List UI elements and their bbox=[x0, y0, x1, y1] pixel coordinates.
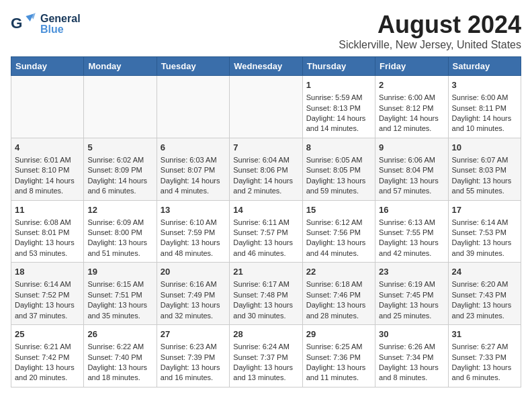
calendar-cell bbox=[157, 76, 229, 138]
header-row: SundayMondayTuesdayWednesdayThursdayFrid… bbox=[11, 57, 521, 76]
sunset-text: Sunset: 8:11 PM bbox=[452, 104, 506, 112]
logo: G General Blue bbox=[11, 11, 81, 38]
daylight-text: Daylight: 13 hours and 57 minutes. bbox=[379, 177, 439, 195]
page-header: G General Blue August 2024 Sicklerville,… bbox=[11, 11, 521, 51]
sunrise-text: Sunrise: 6:04 AM bbox=[233, 156, 290, 164]
logo-general-text: General bbox=[40, 13, 81, 24]
calendar-cell: 20Sunrise: 6:16 AMSunset: 7:49 PMDayligh… bbox=[157, 263, 229, 325]
day-number: 18 bbox=[15, 266, 80, 278]
calendar-cell: 28Sunrise: 6:24 AMSunset: 7:37 PMDayligh… bbox=[230, 325, 302, 387]
sunrise-text: Sunrise: 6:15 AM bbox=[87, 280, 144, 288]
sunrise-text: Sunrise: 6:05 AM bbox=[306, 156, 363, 164]
day-number: 31 bbox=[452, 328, 517, 340]
day-info: Sunrise: 6:04 AMSunset: 8:06 PMDaylight:… bbox=[233, 155, 298, 197]
sunrise-text: Sunrise: 6:22 AM bbox=[87, 342, 144, 351]
day-number: 29 bbox=[306, 328, 371, 340]
daylight-text: Daylight: 13 hours and 42 minutes. bbox=[379, 238, 439, 257]
day-number: 21 bbox=[233, 266, 298, 278]
sunrise-text: Sunrise: 6:07 AM bbox=[452, 156, 508, 164]
day-number: 14 bbox=[233, 204, 298, 216]
daylight-text: Daylight: 13 hours and 35 minutes. bbox=[87, 301, 147, 319]
daylight-text: Daylight: 13 hours and 23 minutes. bbox=[452, 301, 512, 319]
sunset-text: Sunset: 7:56 PM bbox=[306, 228, 361, 236]
daylight-text: Daylight: 13 hours and 59 minutes. bbox=[306, 177, 366, 195]
sunrise-text: Sunrise: 6:08 AM bbox=[15, 218, 71, 226]
calendar-cell: 11Sunrise: 6:08 AMSunset: 8:01 PMDayligh… bbox=[11, 200, 84, 263]
title-block: August 2024 Sicklerville, New Jersey, Un… bbox=[339, 11, 521, 51]
calendar-cell: 19Sunrise: 6:15 AMSunset: 7:51 PMDayligh… bbox=[84, 263, 157, 325]
day-number: 25 bbox=[15, 328, 80, 340]
daylight-text: Daylight: 14 hours and 14 minutes. bbox=[306, 114, 366, 132]
day-number: 26 bbox=[87, 328, 152, 340]
header-cell-tuesday: Tuesday bbox=[157, 57, 229, 76]
daylight-text: Daylight: 13 hours and 18 minutes. bbox=[87, 363, 147, 381]
calendar-cell: 22Sunrise: 6:18 AMSunset: 7:46 PMDayligh… bbox=[302, 263, 375, 325]
day-info: Sunrise: 6:00 AMSunset: 8:12 PMDaylight:… bbox=[379, 93, 444, 134]
sunrise-text: Sunrise: 6:16 AM bbox=[161, 280, 217, 288]
sunset-text: Sunset: 7:59 PM bbox=[161, 228, 215, 236]
daylight-text: Daylight: 13 hours and 32 minutes. bbox=[161, 301, 220, 319]
day-info: Sunrise: 6:05 AMSunset: 8:05 PMDaylight:… bbox=[306, 155, 371, 197]
day-number: 15 bbox=[306, 204, 371, 216]
calendar-cell: 15Sunrise: 6:12 AMSunset: 7:56 PMDayligh… bbox=[302, 200, 375, 263]
daylight-text: Daylight: 13 hours and 25 minutes. bbox=[379, 301, 439, 319]
calendar-cell: 7Sunrise: 6:04 AMSunset: 8:06 PMDaylight… bbox=[230, 138, 302, 200]
sunset-text: Sunset: 7:46 PM bbox=[306, 291, 361, 299]
sunrise-text: Sunrise: 6:01 AM bbox=[15, 156, 71, 164]
sunrise-text: Sunrise: 6:14 AM bbox=[15, 280, 71, 288]
day-number: 8 bbox=[306, 142, 371, 154]
day-number: 3 bbox=[452, 79, 517, 91]
sunset-text: Sunset: 8:06 PM bbox=[233, 166, 287, 174]
calendar-cell: 14Sunrise: 6:11 AMSunset: 7:57 PMDayligh… bbox=[230, 200, 302, 263]
daylight-text: Daylight: 13 hours and 53 minutes. bbox=[15, 238, 75, 257]
day-number: 16 bbox=[379, 204, 444, 216]
daylight-text: Daylight: 14 hours and 10 minutes. bbox=[452, 114, 512, 132]
sunrise-text: Sunrise: 6:17 AM bbox=[233, 280, 290, 288]
sunrise-text: Sunrise: 6:24 AM bbox=[233, 342, 290, 351]
day-number: 19 bbox=[87, 266, 152, 278]
sunset-text: Sunset: 7:36 PM bbox=[306, 353, 361, 361]
calendar-cell: 25Sunrise: 6:21 AMSunset: 7:42 PMDayligh… bbox=[11, 325, 84, 387]
sunrise-text: Sunrise: 5:59 AM bbox=[306, 93, 363, 101]
day-info: Sunrise: 6:15 AMSunset: 7:51 PMDaylight:… bbox=[87, 279, 152, 321]
sunset-text: Sunset: 8:12 PM bbox=[379, 104, 433, 112]
day-info: Sunrise: 6:10 AMSunset: 7:59 PMDaylight:… bbox=[161, 218, 226, 259]
sunset-text: Sunset: 8:01 PM bbox=[15, 228, 69, 236]
day-number: 28 bbox=[233, 328, 298, 340]
day-number: 11 bbox=[15, 204, 80, 216]
daylight-text: Daylight: 13 hours and 20 minutes. bbox=[15, 363, 75, 381]
daylight-text: Daylight: 14 hours and 8 minutes. bbox=[15, 177, 75, 195]
calendar-cell: 1Sunrise: 5:59 AMSunset: 8:13 PMDaylight… bbox=[302, 76, 375, 138]
calendar-body: 1Sunrise: 5:59 AMSunset: 8:13 PMDaylight… bbox=[11, 76, 521, 387]
sunrise-text: Sunrise: 6:18 AM bbox=[306, 280, 363, 288]
day-info: Sunrise: 5:59 AMSunset: 8:13 PMDaylight:… bbox=[306, 93, 371, 134]
sunset-text: Sunset: 7:51 PM bbox=[87, 291, 142, 299]
day-number: 5 bbox=[87, 142, 152, 154]
daylight-text: Daylight: 13 hours and 51 minutes. bbox=[87, 238, 147, 257]
main-title: August 2024 bbox=[339, 11, 521, 39]
daylight-text: Daylight: 13 hours and 46 minutes. bbox=[233, 238, 293, 257]
day-info: Sunrise: 6:22 AMSunset: 7:40 PMDaylight:… bbox=[87, 342, 152, 383]
day-info: Sunrise: 6:09 AMSunset: 8:00 PMDaylight:… bbox=[87, 218, 152, 259]
header-cell-thursday: Thursday bbox=[302, 57, 375, 76]
day-number: 30 bbox=[379, 328, 444, 340]
daylight-text: Daylight: 13 hours and 44 minutes. bbox=[306, 238, 366, 257]
calendar-cell: 4Sunrise: 6:01 AMSunset: 8:10 PMDaylight… bbox=[11, 138, 84, 200]
header-cell-friday: Friday bbox=[375, 57, 448, 76]
daylight-text: Daylight: 13 hours and 48 minutes. bbox=[161, 238, 220, 257]
header-cell-sunday: Sunday bbox=[11, 57, 84, 76]
day-info: Sunrise: 6:27 AMSunset: 7:33 PMDaylight:… bbox=[452, 342, 517, 383]
sunrise-text: Sunrise: 6:03 AM bbox=[161, 156, 217, 164]
day-number: 10 bbox=[452, 142, 517, 154]
calendar-cell: 30Sunrise: 6:26 AMSunset: 7:34 PMDayligh… bbox=[375, 325, 448, 387]
day-number: 22 bbox=[306, 266, 371, 278]
day-info: Sunrise: 6:14 AMSunset: 7:53 PMDaylight:… bbox=[452, 218, 517, 259]
sunrise-text: Sunrise: 6:09 AM bbox=[87, 218, 144, 226]
daylight-text: Daylight: 13 hours and 39 minutes. bbox=[452, 238, 512, 257]
calendar-cell: 18Sunrise: 6:14 AMSunset: 7:52 PMDayligh… bbox=[11, 263, 84, 325]
logo-name: General Blue bbox=[40, 13, 81, 35]
sunrise-text: Sunrise: 6:27 AM bbox=[452, 342, 508, 351]
day-info: Sunrise: 6:14 AMSunset: 7:52 PMDaylight:… bbox=[15, 279, 80, 321]
sunset-text: Sunset: 8:00 PM bbox=[87, 228, 142, 236]
calendar-week-1: 4Sunrise: 6:01 AMSunset: 8:10 PMDaylight… bbox=[11, 138, 521, 200]
